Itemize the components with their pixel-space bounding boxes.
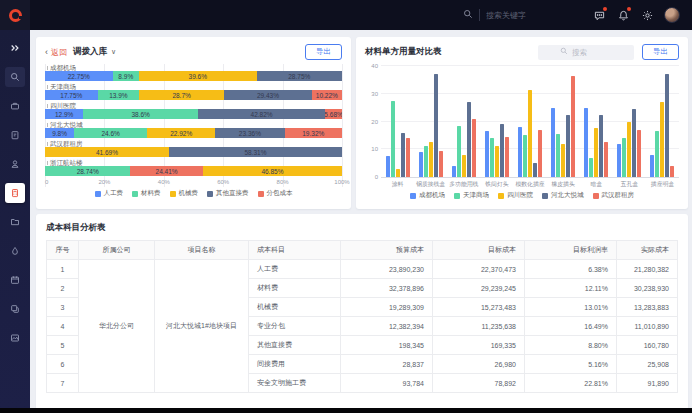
legend-item[interactable]: 武汉群租房	[593, 191, 635, 200]
bar[interactable]	[617, 144, 621, 177]
bar-segment[interactable]: 29.43%	[224, 90, 311, 100]
bar[interactable]	[571, 76, 575, 177]
sidebar-item-layers[interactable]	[5, 328, 25, 348]
bar-segment[interactable]: 58.31%	[169, 147, 342, 157]
bar-segment[interactable]: 5.68%	[325, 109, 342, 119]
back-link[interactable]: 返回	[51, 47, 67, 58]
bar[interactable]	[637, 130, 641, 177]
bar[interactable]	[434, 74, 438, 177]
bar[interactable]	[594, 128, 598, 177]
legend-item[interactable]: 四川医院	[498, 191, 533, 200]
legend-item[interactable]: 河北大悦城	[542, 191, 584, 200]
double-chevron-right-icon[interactable]	[5, 38, 25, 58]
bar[interactable]	[589, 158, 593, 177]
bar[interactable]	[490, 138, 494, 177]
bar-segment[interactable]: 22.75%	[45, 71, 113, 81]
bar-segment[interactable]: 42.82%	[198, 109, 325, 119]
bar[interactable]	[670, 166, 674, 177]
bar[interactable]	[467, 102, 471, 177]
bar[interactable]	[528, 90, 532, 177]
sidebar-item-clipboard[interactable]	[5, 125, 25, 145]
bar[interactable]	[665, 74, 669, 177]
bar[interactable]	[401, 133, 405, 177]
bar-segment[interactable]: 28.75%	[257, 71, 342, 81]
back-chevron-icon[interactable]: ‹	[45, 47, 48, 57]
bar[interactable]	[632, 109, 636, 177]
bar[interactable]	[406, 138, 410, 177]
bar[interactable]	[627, 122, 631, 178]
user-avatar[interactable]	[664, 7, 680, 23]
bar-segment[interactable]: 19.32%	[285, 128, 342, 138]
bar[interactable]	[604, 142, 608, 177]
panel-search-input[interactable]	[572, 48, 612, 57]
bar[interactable]	[660, 102, 664, 177]
bar[interactable]	[419, 152, 423, 177]
bar-segment[interactable]: 38.6%	[83, 109, 198, 119]
bar[interactable]	[561, 144, 565, 177]
bar[interactable]	[518, 127, 522, 177]
bar-segment[interactable]: 8.9%	[113, 71, 139, 81]
bar[interactable]	[500, 124, 504, 177]
bar[interactable]	[505, 137, 509, 177]
bar-segment[interactable]: 46.85%	[203, 166, 342, 176]
bar[interactable]	[424, 146, 428, 177]
sidebar-item-copy[interactable]	[5, 299, 25, 319]
bar-segment[interactable]: 22.92%	[147, 128, 215, 138]
bar[interactable]	[655, 131, 659, 177]
bar-segment[interactable]: 28.7%	[139, 90, 224, 100]
bar[interactable]	[495, 146, 499, 177]
sidebar-item-user[interactable]	[5, 154, 25, 174]
legend-item[interactable]: 材料费	[132, 189, 161, 198]
sidebar-item-building-active[interactable]	[5, 183, 25, 203]
bar-segment[interactable]: 17.75%	[45, 90, 98, 100]
legend-item[interactable]: 成都机场	[410, 191, 445, 200]
export-button[interactable]: 导出	[642, 44, 679, 60]
bar-segment[interactable]: 41.69%	[45, 147, 169, 157]
bar[interactable]	[538, 130, 542, 177]
bar[interactable]	[523, 135, 527, 177]
bell-icon[interactable]	[616, 8, 630, 22]
sidebar-item-calendar[interactable]	[5, 270, 25, 290]
bar-segment[interactable]: 28.74%	[45, 166, 130, 176]
global-search-input[interactable]	[486, 11, 556, 20]
bar[interactable]	[396, 169, 400, 177]
bar[interactable]	[599, 115, 603, 177]
bar-segment[interactable]: 9.8%	[45, 128, 74, 138]
bar[interactable]	[391, 101, 395, 177]
bar[interactable]	[386, 156, 390, 177]
settings-gear-icon[interactable]	[640, 8, 654, 22]
bar-segment[interactable]: 39.6%	[139, 71, 257, 81]
export-button[interactable]: 导出	[305, 44, 342, 60]
bar-segment[interactable]: 10.22%	[312, 90, 342, 100]
sidebar-item-folder[interactable]	[5, 212, 25, 232]
global-search[interactable]	[463, 9, 556, 21]
bar[interactable]	[457, 126, 461, 177]
bar-segment[interactable]: 24.6%	[74, 128, 147, 138]
bar[interactable]	[584, 108, 588, 177]
bar[interactable]	[462, 155, 466, 177]
bar[interactable]	[533, 163, 537, 177]
bar[interactable]	[485, 131, 489, 177]
bar[interactable]	[452, 166, 456, 177]
bar[interactable]	[556, 134, 560, 177]
bar[interactable]	[551, 108, 555, 177]
sidebar-item-briefcase[interactable]	[5, 96, 25, 116]
legend-item[interactable]: 机械费	[170, 189, 199, 198]
bar-segment[interactable]: 23.36%	[215, 128, 284, 138]
app-logo[interactable]	[0, 0, 30, 30]
bar-segment[interactable]: 24.41%	[130, 166, 202, 176]
legend-item[interactable]: 天津商场	[454, 191, 489, 200]
sidebar-item-search[interactable]	[5, 67, 25, 87]
legend-item[interactable]: 分包成本	[258, 189, 293, 198]
messages-icon[interactable]	[592, 8, 606, 22]
bar[interactable]	[650, 155, 654, 177]
chevron-down-icon[interactable]: ∨	[111, 48, 116, 56]
bar[interactable]	[472, 119, 476, 177]
bar[interactable]	[622, 138, 626, 177]
bar[interactable]	[429, 142, 433, 177]
panel-search[interactable]	[538, 45, 634, 60]
bar[interactable]	[566, 115, 570, 177]
sidebar-item-droplet[interactable]	[5, 241, 25, 261]
legend-item[interactable]: 其他直接费	[207, 189, 249, 198]
bar-segment[interactable]: 12.9%	[45, 109, 83, 119]
